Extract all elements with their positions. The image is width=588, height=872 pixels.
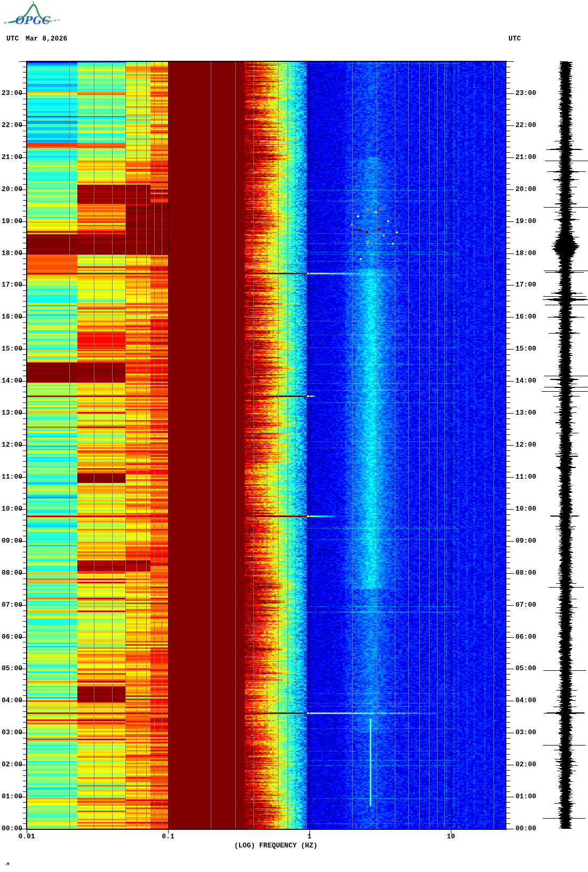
opgc-logo: OPGC [3, 1, 63, 29]
x-tick-label-1: 1 [305, 833, 314, 841]
seismogram-trace [542, 61, 588, 829]
hour-label-left-0900: 09:00 [1, 537, 22, 545]
hour-label-left-1900: 19:00 [1, 218, 22, 225]
hour-label-left-2300: 23:00 [1, 90, 22, 97]
hour-label-right-2300: 23:00 [515, 90, 541, 97]
hour-label-left-1400: 14:00 [1, 377, 22, 385]
hour-label-right-0500: 05:00 [515, 665, 541, 672]
hour-label-right-1900: 19:00 [515, 218, 541, 225]
hour-label-right-1300: 13:00 [515, 409, 541, 417]
hour-label-left-2100: 21:00 [1, 154, 22, 161]
hour-label-right-0200: 02:00 [515, 761, 541, 768]
hour-label-right-1100: 11:00 [515, 473, 541, 481]
opgc-logo-text: OPGC [14, 14, 51, 27]
hour-label-left-0400: 04:00 [1, 697, 22, 704]
date-label: Mar 8,2026 [26, 35, 67, 43]
hour-label-right-2100: 21:00 [515, 154, 541, 161]
hour-label-right-2000: 20:00 [515, 186, 541, 193]
x-tick-label-10: 10 [447, 833, 455, 841]
hour-label-right-1000: 10:00 [515, 505, 541, 513]
hour-label-right-0800: 08:00 [515, 569, 541, 577]
utc-label-left: UTC [6, 35, 19, 43]
hour-label-left-1500: 15:00 [1, 345, 22, 353]
hour-label-right-1500: 15:00 [515, 345, 541, 353]
hour-label-left-2000: 20:00 [1, 186, 22, 193]
spectrogram-page: OPGC UTC Mar 8,2026 UTC 0.01 0.1 1 10 (L… [0, 0, 588, 872]
hour-label-right-0300: 03:00 [515, 729, 541, 736]
hour-label-left-1700: 17:00 [1, 281, 22, 289]
hour-label-left-0200: 02:00 [1, 761, 22, 768]
corner-mark: .H [4, 862, 10, 866]
hour-label-left-1200: 12:00 [1, 441, 22, 449]
hour-label-right-0700: 07:00 [515, 601, 541, 609]
x-axis-caption: (LOG) FREQUENCY (HZ) [231, 842, 321, 850]
hour-label-right-1400: 14:00 [515, 377, 541, 385]
hour-label-right-1600: 16:00 [515, 313, 541, 321]
hour-label-right-2200: 22:00 [515, 122, 541, 129]
hour-label-right-0100: 01:00 [515, 793, 541, 800]
hour-label-right-0600: 06:00 [515, 633, 541, 641]
hour-label-left-0500: 05:00 [1, 665, 22, 672]
hour-label-left-1100: 11:00 [1, 473, 22, 481]
hour-label-left-0600: 06:00 [1, 633, 22, 641]
hour-label-left-0700: 07:00 [1, 601, 22, 609]
utc-label-right: UTC [508, 35, 521, 43]
hour-label-right-1700: 17:00 [515, 281, 541, 289]
hour-label-left-1000: 10:00 [1, 505, 22, 513]
hour-label-left-0800: 08:00 [1, 569, 22, 577]
hour-label-left-1600: 16:00 [1, 313, 22, 321]
hour-label-left-0000: 00:00 [1, 825, 22, 833]
hour-label-right-1200: 12:00 [515, 441, 541, 449]
hour-label-left-1300: 13:00 [1, 409, 22, 417]
spectrogram-plot-area [27, 61, 506, 829]
hour-label-right-0400: 04:00 [515, 697, 541, 704]
hour-label-right-1800: 18:00 [515, 250, 541, 257]
x-tick-label-0.01: 0.01 [18, 833, 35, 841]
hour-label-left-0100: 01:00 [1, 793, 22, 800]
hour-label-left-0300: 03:00 [1, 729, 22, 736]
hour-label-left-1800: 18:00 [1, 250, 22, 257]
hour-label-right-0900: 09:00 [515, 537, 541, 545]
x-tick-label-0.1: 0.1 [162, 833, 174, 841]
hour-label-left-2200: 22:00 [1, 122, 22, 129]
hour-label-right-0000: 00:00 [515, 825, 541, 833]
